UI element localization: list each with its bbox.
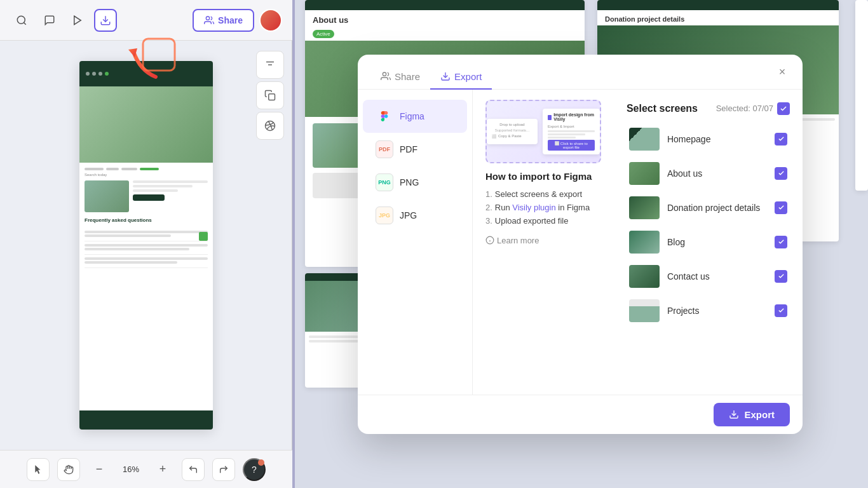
- modal-tabs: Share Export ×: [358, 55, 803, 90]
- export-modal: Share Export ×: [358, 55, 803, 434]
- modal-body: Figma PDF PDF PNG PNG JPG JPG: [358, 90, 803, 395]
- screen-item-projects[interactable]: Projects: [627, 294, 790, 327]
- pdf-option[interactable]: PDF PDF: [363, 133, 467, 166]
- export-tab-label: Export: [454, 71, 482, 82]
- play-button[interactable]: [66, 9, 89, 32]
- screen-item-contact[interactable]: Contact us: [627, 260, 790, 293]
- filter-tool-button[interactable]: [256, 51, 284, 79]
- redo-button[interactable]: [212, 458, 235, 481]
- selected-count-text: Selected: 07/07: [716, 104, 773, 113]
- zoom-out-button[interactable]: −: [88, 458, 111, 481]
- screen-item-blog[interactable]: Blog: [627, 226, 790, 259]
- check-icon: [778, 273, 785, 280]
- screen-list: Homepage About us: [627, 123, 790, 382]
- preview-body: Search today Frequently asked questions: [79, 163, 213, 410]
- share-tab[interactable]: Share: [370, 65, 430, 90]
- modal-close-button[interactable]: ×: [772, 62, 792, 83]
- screen-check-donation[interactable]: [775, 201, 787, 214]
- screen-selector-header: Select screens Selected: 07/07: [627, 102, 790, 115]
- screen-thumb-homepage: [629, 128, 660, 151]
- screen-check-homepage[interactable]: [775, 133, 787, 146]
- palette-tool-button[interactable]: [256, 112, 284, 140]
- step-1: 1. Select screens & export: [485, 189, 601, 199]
- screen-item-about[interactable]: About us: [627, 157, 790, 190]
- screen-check-about[interactable]: [775, 167, 787, 180]
- nav-dot: [92, 72, 96, 76]
- preview-footer: [79, 410, 213, 430]
- download-icon: [440, 71, 451, 81]
- bottom-toolbar: − 16% + ?: [0, 450, 292, 488]
- user-avatar[interactable]: [259, 9, 282, 32]
- undo-button[interactable]: [182, 458, 205, 481]
- screen-item-donation[interactable]: Donation project details: [627, 191, 790, 224]
- figma-option[interactable]: Figma: [363, 100, 467, 133]
- mini-drop-panel: Drop to upload Supported formats... ⬜Cop…: [487, 119, 538, 144]
- right-sidebar-tools: [256, 51, 284, 140]
- step-2-text: Run Visily plugin in Figma: [495, 203, 590, 212]
- users-icon: [381, 71, 391, 81]
- check-icon: [778, 307, 785, 314]
- nav-dot: [98, 72, 102, 76]
- canvas-content: Search today Frequently asked questions: [0, 41, 292, 450]
- modal-footer: Export: [358, 395, 803, 434]
- check-icon: [778, 204, 785, 211]
- zoom-level: 16%: [118, 464, 144, 474]
- figma-logo-icon: [379, 111, 390, 121]
- learn-more-link[interactable]: Learn more: [485, 236, 601, 245]
- svg-rect-9: [269, 94, 275, 100]
- pdf-option-label: PDF: [400, 144, 417, 154]
- screen-name-homepage: Homepage: [667, 134, 767, 144]
- screen-check-contact[interactable]: [775, 270, 787, 283]
- check-all-icon: [780, 105, 787, 112]
- check-icon: [778, 238, 785, 245]
- jpg-icon: JPG: [376, 207, 393, 224]
- step-2: 2. Run Visily plugin in Figma: [485, 203, 601, 212]
- figma-instructions-panel: Drop to upload Supported formats... ⬜Cop…: [473, 90, 614, 395]
- selected-count: Selected: 07/07: [716, 102, 790, 115]
- step-1-text: Select screens & export: [495, 189, 582, 199]
- png-option[interactable]: PNG PNG: [363, 166, 467, 199]
- screen-item-homepage[interactable]: Homepage: [627, 123, 790, 156]
- instructions-title: How to import to Figma: [485, 171, 601, 182]
- instruction-image: Drop to upload Supported formats... ⬜Cop…: [485, 100, 601, 163]
- svg-point-4: [206, 17, 209, 20]
- export-btn-label: Export: [744, 409, 775, 420]
- check-icon: [778, 170, 785, 177]
- search-button[interactable]: [10, 9, 33, 32]
- export-tab[interactable]: Export: [430, 65, 492, 90]
- nav-dot: [86, 72, 90, 76]
- mini-import-panel: Import design from Visily Export & Impor…: [543, 109, 600, 154]
- cursor-tool-button[interactable]: [27, 458, 50, 481]
- screen-selector-panel: Select screens Selected: 07/07: [614, 90, 803, 395]
- zoom-in-button[interactable]: +: [151, 458, 174, 481]
- comment-button[interactable]: [38, 9, 61, 32]
- close-icon-label: ×: [779, 65, 786, 79]
- screen-thumb-projects: [629, 299, 660, 322]
- copy-tool-button[interactable]: [256, 81, 284, 109]
- faq-section: [85, 228, 208, 268]
- svg-point-0: [17, 16, 25, 24]
- share-tab-label: Share: [395, 71, 420, 82]
- check-all-button[interactable]: [777, 102, 790, 115]
- learn-more-label: Learn more: [497, 236, 539, 245]
- share-button[interactable]: Share: [193, 9, 254, 32]
- export-button[interactable]: [94, 9, 117, 32]
- export-submit-button[interactable]: Export: [714, 403, 790, 426]
- arrow-annotation: [121, 36, 178, 95]
- export-btn-icon: [729, 409, 739, 419]
- png-option-label: PNG: [400, 177, 419, 187]
- step-3: 3. Upload exported file: [485, 216, 601, 226]
- screen-thumb-blog: [629, 231, 660, 254]
- help-button[interactable]: ?: [243, 458, 266, 481]
- info-icon: [485, 236, 494, 245]
- export-options-panel: Figma PDF PDF PNG PNG JPG JPG: [358, 90, 473, 395]
- screen-check-projects[interactable]: [775, 304, 787, 317]
- instructions-list: 1. Select screens & export 2. Run Visily…: [485, 189, 601, 226]
- pdf-icon: PDF: [376, 140, 393, 158]
- visily-plugin-link[interactable]: Visily plugin: [512, 203, 555, 212]
- screen-check-blog[interactable]: [775, 236, 787, 248]
- hand-tool-button[interactable]: [57, 458, 80, 481]
- figma-icon: [376, 107, 393, 125]
- modal-overlay: Share Export ×: [292, 0, 868, 488]
- jpg-option[interactable]: JPG JPG: [363, 199, 467, 232]
